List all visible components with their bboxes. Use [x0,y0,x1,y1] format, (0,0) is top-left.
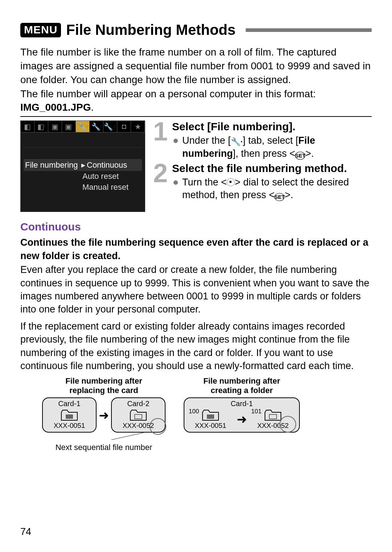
menu-badge: MENU [20,23,61,37]
diagrams-row: File numbering after replacing the card … [42,376,372,453]
section-lead: Continues the file numbering sequence ev… [20,236,372,262]
step-1: 1 Select [File numbering]. Under the [🔧·… [152,120,372,160]
lcd-option: Manual reset [79,182,145,193]
lcd-tab: ★ [131,121,145,132]
folder: XXX-0051 [46,409,92,430]
svg-rect-0 [66,414,73,419]
diagram-right: File numbering after creating a folder C… [184,376,300,453]
lcd-tab-bar: ◧ ◧: ▣ ▣: 🔧· 🔧: 🔧⋮ ◘ ★ [21,121,145,132]
folder-tag: 101 [251,408,261,415]
caret-icon: ▶ [81,162,85,168]
divider [20,116,372,117]
steps-column: 1 Select [File numbering]. Under the [🔧·… [152,120,372,212]
lcd-tab: ◧ [21,121,34,132]
page-title: File Numbering Methods [66,22,236,38]
cards-row: Card-1 100 XXX-0051 ➜ 101 [184,397,300,433]
cards-row: Card-1 XXX-0051 ➜ Card-2 XXX- [42,397,166,433]
diagram-left: File numbering after replacing the card … [42,376,166,453]
lcd-option: Continuous [87,160,127,170]
step-bullet: Turn the <> dial to select the desired m… [173,176,372,201]
step-title: Select [File numbering]. [172,120,372,133]
folder-tag: 100 [189,408,199,415]
section-heading: Continuous [20,221,372,233]
lcd-tab-wrench: 🔧· [76,121,90,132]
card-label: Card-2 [115,400,161,408]
arrow-icon: ➜ [237,412,247,426]
camera-lcd: ◧ ◧: ▣ ▣: 🔧· 🔧: 🔧⋮ ◘ ★ File numbering ▶ … [20,120,145,212]
folder-icon [61,409,78,421]
step-2: 2 Select the file numbering method. Turn… [152,162,372,201]
dial-icon [227,178,235,186]
intro-example: IMG_0001.JPG. [20,102,372,113]
card-1: Card-1 XXX-0051 [42,397,97,433]
top-block: ◧ ◧: ▣ ▣: 🔧· 🔧: 🔧⋮ ◘ ★ File numbering ▶ … [20,120,372,212]
folder-100: 100 XXX-0051 [189,409,232,430]
title-row: MENU File Numbering Methods [20,22,372,38]
step-bullet: Under the [🔧·] tab, select [File numberi… [173,134,372,160]
highlight-circle [150,418,166,435]
step-number: 1 [152,120,168,160]
diag-title: File numbering after creating a folder [184,376,300,396]
wrench-icon: 🔧· [231,137,243,147]
file-number: XXX-0051 [189,422,232,430]
diag-caption: Next sequential file number [42,443,166,452]
file-number: XXX-0051 [46,422,92,430]
card-label: Card-1 [46,400,92,408]
lcd-tab: ◧: [34,121,48,132]
lcd-row-selected: File numbering ▶ Continuous [24,159,142,171]
section-p1: Even after you replace the card or creat… [20,263,372,316]
folder-icon [130,409,147,421]
card-2: Card-2 XXX-0052 [111,397,166,433]
diag-title: File numbering after replacing the card [42,376,166,396]
card-1: Card-1 100 XXX-0051 ➜ 101 [184,397,300,433]
bullet-icon [173,180,178,185]
title-rule [246,28,372,32]
bullet-icon [173,139,178,143]
lcd-row-label: File numbering [25,160,81,170]
lcd-tab: ◘ [117,121,131,132]
folder-101: 101 XXX-0052 [251,409,295,430]
card-label: Card-1 [188,400,295,408]
section-p2: If the replacement card or existing fold… [20,320,372,373]
step-title: Select the file numbering method. [172,162,372,175]
intro-p2: The file number will appear on a persona… [20,87,372,101]
highlight-circle [279,416,296,433]
lcd-tab: ▣: [62,121,76,132]
lcd-tab: 🔧: [90,121,103,132]
page-number: 74 [20,526,31,537]
arrow-icon: ➜ [99,408,109,422]
folder-icon [264,409,282,421]
folder-icon [202,409,219,421]
svg-line-2 [111,433,144,440]
svg-rect-3 [207,414,214,419]
step-number: 2 [152,162,168,201]
lcd-tab: 🔧⋮ [103,121,117,132]
set-icon: SET [295,152,305,160]
set-icon: SET [274,193,285,201]
intro-p1: The file number is like the frame number… [20,45,372,86]
lcd-option: Auto reset [79,171,145,182]
lcd-tab: ▣ [48,121,62,132]
